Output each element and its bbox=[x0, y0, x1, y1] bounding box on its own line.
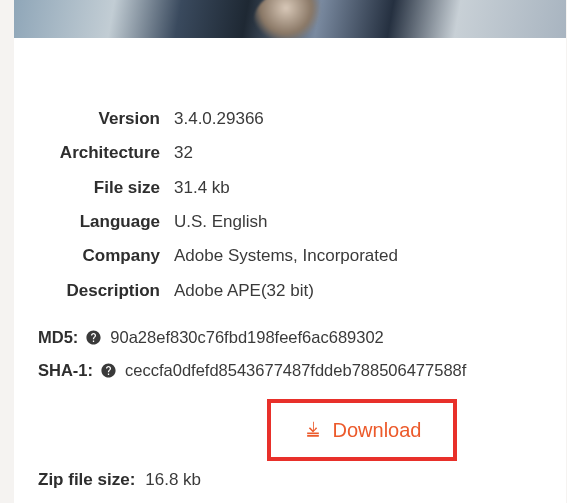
md5-label: MD5: bbox=[38, 328, 78, 347]
download-button[interactable]: Download bbox=[303, 419, 422, 442]
sha1-row: SHA-1: ceccfa0dfefd8543677487fddeb788506… bbox=[38, 361, 542, 380]
download-highlight: Download bbox=[267, 399, 457, 461]
sha1-label: SHA-1: bbox=[38, 361, 93, 380]
company-value: Adobe Systems, Incorporated bbox=[174, 243, 542, 269]
info-table: Version 3.4.0.29366 Architecture 32 File… bbox=[38, 106, 542, 304]
md5-row: MD5: 90a28ef830c76fbd198feef6ac689302 bbox=[38, 328, 542, 347]
company-label: Company bbox=[38, 243, 174, 269]
md5-value: 90a28ef830c76fbd198feef6ac689302 bbox=[110, 328, 383, 347]
architecture-value: 32 bbox=[174, 140, 542, 166]
version-value: 3.4.0.29366 bbox=[174, 106, 542, 132]
zip-label: Zip file size: bbox=[38, 470, 135, 490]
language-label: Language bbox=[38, 209, 174, 235]
zip-value: 16.8 kb bbox=[145, 470, 201, 490]
download-icon bbox=[303, 420, 323, 440]
description-label: Description bbox=[38, 278, 174, 304]
language-value: U.S. English bbox=[174, 209, 542, 235]
architecture-label: Architecture bbox=[38, 140, 174, 166]
zip-row: Zip file size: 16.8 kb bbox=[38, 470, 201, 490]
download-label: Download bbox=[333, 419, 422, 442]
filesize-label: File size bbox=[38, 175, 174, 201]
description-value: Adobe APE(32 bit) bbox=[174, 278, 542, 304]
sha1-value: ceccfa0dfefd8543677487fddeb788506477588f bbox=[125, 361, 466, 380]
hero-image bbox=[14, 0, 566, 38]
question-circle-icon[interactable] bbox=[84, 329, 102, 347]
svg-rect-0 bbox=[307, 433, 319, 435]
question-circle-icon[interactable] bbox=[99, 362, 117, 380]
version-label: Version bbox=[38, 106, 174, 132]
filesize-value: 31.4 kb bbox=[174, 175, 542, 201]
